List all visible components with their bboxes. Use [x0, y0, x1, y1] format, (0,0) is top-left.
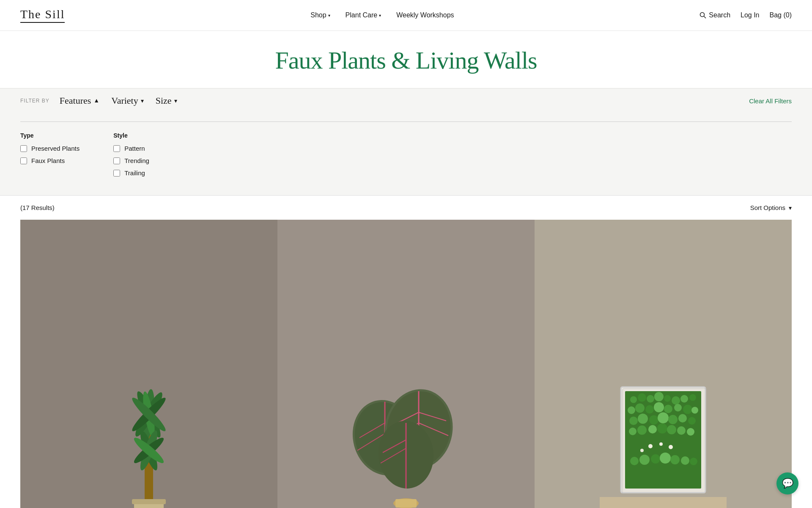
svg-point-48	[664, 405, 672, 413]
chat-icon: 💬	[782, 478, 793, 489]
svg-point-61	[648, 425, 657, 433]
filter-columns: Type Preserved Plants Faux Plants Style …	[20, 132, 792, 182]
chat-button[interactable]: 💬	[776, 472, 798, 494]
svg-point-65	[687, 428, 694, 436]
trailing-checkbox[interactable]	[113, 170, 120, 177]
variety-arrow-icon: ▾	[141, 97, 144, 105]
variety-filter-button[interactable]: Variety ▾	[111, 95, 144, 106]
svg-point-36	[630, 396, 637, 403]
pattern-label: Pattern	[124, 145, 145, 152]
svg-point-53	[638, 414, 648, 424]
svg-line-1	[704, 17, 706, 19]
pattern-option[interactable]: Pattern	[113, 145, 149, 152]
svg-point-70	[630, 457, 639, 465]
search-icon	[700, 12, 706, 19]
svg-point-50	[683, 405, 692, 414]
nav-weekly-workshops[interactable]: Weekly Workshops	[396, 11, 454, 19]
svg-point-51	[691, 407, 698, 414]
features-filter-button[interactable]: Features ▲	[60, 95, 99, 106]
trailing-label: Trailing	[124, 169, 145, 177]
style-heading: Style	[113, 132, 149, 139]
svg-point-69	[640, 449, 644, 452]
page-title: Faux Plants & Living Walls	[20, 46, 792, 75]
faux-plants-checkbox[interactable]	[20, 157, 27, 164]
product-card-1[interactable]	[20, 220, 277, 508]
svg-point-39	[654, 392, 664, 401]
svg-point-60	[637, 425, 647, 435]
product-image-2	[277, 220, 535, 508]
type-heading: Type	[20, 132, 80, 139]
product-image-1	[20, 220, 277, 508]
header-actions: Search Log In Bag (0)	[700, 11, 792, 19]
clear-all-filters-button[interactable]: Clear All Filters	[749, 97, 792, 105]
product-card-2[interactable]	[277, 220, 535, 508]
svg-point-62	[657, 423, 667, 433]
size-filter-button[interactable]: Size ▾	[156, 95, 177, 106]
svg-point-49	[674, 404, 682, 411]
shop-chevron-icon: ▾	[328, 13, 330, 18]
pattern-checkbox[interactable]	[113, 145, 120, 152]
trailing-option[interactable]: Trailing	[113, 169, 149, 177]
trending-label: Trending	[124, 157, 149, 164]
login-button[interactable]: Log In	[741, 11, 759, 19]
svg-point-40	[664, 395, 671, 402]
nav-shop[interactable]: Shop ▾	[310, 11, 330, 19]
preserved-plants-checkbox[interactable]	[20, 145, 27, 152]
type-filter-column: Type Preserved Plants Faux Plants	[20, 132, 80, 182]
svg-point-72	[651, 454, 660, 464]
svg-rect-14	[132, 499, 166, 504]
main-nav: Shop ▾ Plant Care ▾ Weekly Workshops	[310, 11, 454, 19]
trending-checkbox[interactable]	[113, 157, 120, 164]
preserved-plants-option[interactable]: Preserved Plants	[20, 145, 80, 152]
filter-bar: FILTER BY Features ▲ Variety ▾ Size ▾ Cl…	[0, 88, 812, 113]
svg-point-55	[658, 412, 669, 423]
bag-button[interactable]: Bag (0)	[770, 11, 792, 19]
svg-point-74	[670, 455, 680, 464]
results-bar: (17 Results) Sort Options ▾	[0, 196, 812, 220]
svg-point-57	[678, 414, 687, 422]
product-grid	[0, 220, 812, 508]
nav-plant-care[interactable]: Plant Care ▾	[346, 11, 381, 19]
svg-point-76	[690, 458, 697, 465]
svg-point-56	[668, 415, 678, 424]
svg-point-67	[659, 442, 663, 446]
sort-options-button[interactable]: Sort Options ▾	[750, 204, 792, 211]
product-image-3	[535, 220, 792, 508]
svg-rect-77	[600, 497, 727, 508]
svg-point-75	[681, 456, 689, 465]
svg-point-58	[688, 417, 696, 425]
filter-by-label: FILTER BY	[20, 98, 49, 104]
results-count: (17 Results)	[20, 204, 55, 211]
product-card-3[interactable]	[535, 220, 792, 508]
svg-point-68	[669, 445, 673, 449]
style-filter-column: Style Pattern Trending Trailing	[113, 132, 149, 182]
svg-point-59	[629, 428, 636, 435]
svg-point-73	[660, 453, 671, 464]
hero-section: Faux Plants & Living Walls	[0, 31, 812, 88]
sort-chevron-icon: ▾	[789, 204, 792, 211]
filter-divider	[20, 121, 792, 122]
svg-point-38	[647, 395, 654, 403]
svg-point-42	[680, 395, 688, 403]
svg-point-45	[635, 403, 645, 413]
svg-point-54	[649, 415, 658, 425]
site-logo[interactable]: The Sill	[20, 8, 65, 23]
filter-panel: Type Preserved Plants Faux Plants Style …	[0, 113, 812, 196]
svg-point-66	[648, 444, 653, 448]
size-arrow-icon: ▾	[174, 97, 177, 105]
svg-point-63	[667, 425, 676, 434]
svg-point-41	[672, 396, 680, 405]
trending-option[interactable]: Trending	[113, 157, 149, 164]
svg-rect-33	[395, 499, 417, 508]
svg-point-52	[629, 417, 638, 425]
plant-care-chevron-icon: ▾	[379, 13, 381, 18]
svg-point-43	[689, 394, 696, 401]
svg-point-0	[700, 13, 705, 17]
svg-point-44	[628, 406, 635, 414]
faux-plants-label: Faux Plants	[31, 157, 65, 164]
svg-point-71	[639, 455, 650, 465]
search-button[interactable]: Search	[700, 11, 730, 19]
features-arrow-icon: ▲	[93, 97, 99, 104]
faux-plants-option[interactable]: Faux Plants	[20, 157, 80, 164]
filter-left: FILTER BY Features ▲ Variety ▾ Size ▾	[20, 95, 186, 106]
